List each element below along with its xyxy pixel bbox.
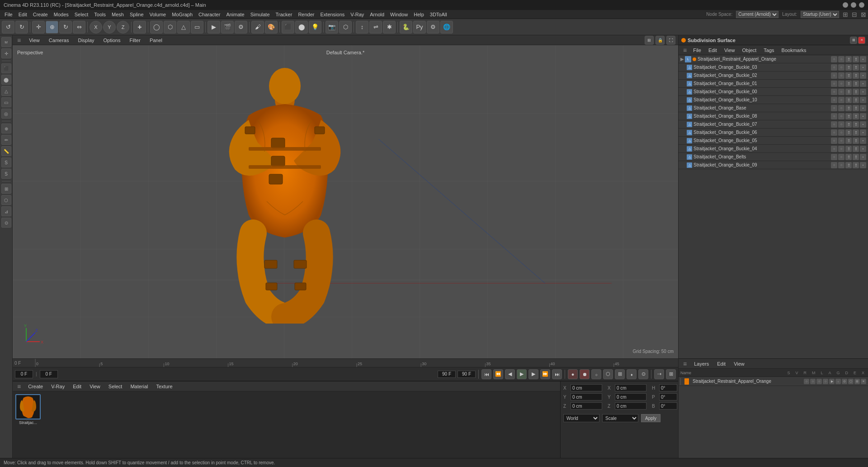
l0-v[interactable]: ○ bbox=[810, 379, 816, 384]
vp-menu-filter[interactable]: Filter bbox=[127, 37, 143, 44]
menu-simulate[interactable]: Simulate bbox=[248, 11, 273, 18]
c11-v1[interactable]: ○ bbox=[831, 154, 837, 160]
play-next-btn[interactable]: ⏩ bbox=[540, 369, 550, 379]
menu-mograph[interactable]: MoGraph bbox=[169, 11, 195, 18]
effector-btn[interactable]: ✱ bbox=[383, 21, 396, 33]
mode-walk-btn[interactable]: ⊿ bbox=[1, 206, 11, 216]
vp-menu-icon[interactable]: ≡ bbox=[15, 37, 23, 44]
layout-select[interactable]: Startup (User) bbox=[801, 11, 839, 18]
obj-row-3[interactable]: △ Straitjacket_Orange_Buckie_00 ○○ ⣿⣿• bbox=[679, 88, 868, 96]
edge-mode-btn[interactable]: △ bbox=[177, 21, 190, 33]
content-create[interactable]: Create bbox=[25, 383, 46, 390]
play-prev-btn[interactable]: ⏪ bbox=[493, 369, 503, 379]
layout-icon[interactable]: ⊞ bbox=[843, 11, 848, 18]
c1-v1[interactable]: ○ bbox=[831, 72, 837, 79]
menu-edit[interactable]: Edit bbox=[16, 11, 30, 18]
c4-d2[interactable]: ⣿ bbox=[853, 97, 859, 103]
menu-animate[interactable]: Animate bbox=[223, 11, 247, 18]
menu-mesh[interactable]: Mesh bbox=[109, 11, 127, 18]
c1-x[interactable]: • bbox=[860, 72, 866, 79]
key-btn2[interactable]: ⬡ bbox=[603, 369, 613, 379]
obj-row-5[interactable]: △ Straitjacket_Orange_Base ○○ ⣿⣿• bbox=[679, 104, 868, 112]
coord-x-input[interactable] bbox=[571, 384, 602, 391]
pt-mode-btn[interactable]: ⬡ bbox=[164, 21, 176, 33]
c3-v1[interactable]: ○ bbox=[831, 89, 837, 95]
obj-row-2[interactable]: △ Straitjacket_Orange_Buckie_01 ○○ ⣿⣿• bbox=[679, 80, 868, 88]
end-frame-input2[interactable] bbox=[458, 371, 476, 378]
play-start-btn[interactable]: ⏮ bbox=[481, 369, 491, 379]
c6-v2[interactable]: ○ bbox=[838, 113, 844, 119]
coord-b-input[interactable] bbox=[659, 402, 677, 410]
c12-d2[interactable]: ⣿ bbox=[853, 162, 859, 168]
key-btn4[interactable]: ⬧ bbox=[627, 369, 637, 379]
menu-help[interactable]: Help bbox=[411, 11, 427, 18]
c7-v2[interactable]: ○ bbox=[838, 121, 844, 128]
l0-m[interactable]: ○ bbox=[823, 379, 828, 384]
l0-e[interactable]: ⊞ bbox=[854, 379, 860, 384]
c6-v1[interactable]: ○ bbox=[831, 113, 837, 119]
c11-x[interactable]: • bbox=[860, 154, 866, 160]
mode-model-btn[interactable]: M bbox=[1, 37, 11, 47]
cam-btn[interactable]: 📷 bbox=[326, 21, 338, 33]
c8-d1[interactable]: ⣿ bbox=[845, 129, 852, 136]
coord-h-input[interactable] bbox=[659, 384, 677, 391]
minimize-btn[interactable] bbox=[843, 2, 848, 8]
generator-btn[interactable]: ⇌ bbox=[369, 21, 382, 33]
obj-row-8[interactable]: △ Straitjacket_Orange_Buckie_06 ○○ ⣿⣿• bbox=[679, 129, 868, 137]
mode-sphere-btn[interactable]: ⬤ bbox=[1, 75, 11, 85]
record-btn[interactable]: ● bbox=[568, 369, 578, 379]
mode-grid-btn[interactable]: ⊞ bbox=[1, 184, 11, 194]
end-frame-input1[interactable] bbox=[438, 371, 456, 378]
anim-btn[interactable]: ▶ bbox=[208, 21, 220, 33]
render-btn[interactable]: ⚙ bbox=[235, 21, 247, 33]
apply-btn[interactable]: Apply bbox=[641, 414, 660, 422]
world-btn[interactable]: X bbox=[90, 21, 102, 33]
subdiv-ctrl2[interactable]: ✕ bbox=[858, 37, 865, 44]
l0-x[interactable]: ✕ bbox=[861, 379, 866, 384]
material-btn[interactable]: ⬡ bbox=[339, 21, 352, 33]
close-btn[interactable] bbox=[859, 2, 864, 8]
c0-v2[interactable]: ○ bbox=[838, 64, 844, 71]
obj-menu-view[interactable]: View bbox=[722, 47, 738, 54]
obj-row-10[interactable]: △ Straitjacket_Orange_Buckie_04 ○○ ⣿⣿• bbox=[679, 145, 868, 153]
vp-lock-btn[interactable]: 🔒 bbox=[656, 36, 665, 45]
c9-v2[interactable]: ○ bbox=[838, 138, 844, 144]
play-btn[interactable]: ▶ bbox=[517, 369, 527, 379]
c2-x[interactable]: • bbox=[860, 81, 866, 87]
menu-modes[interactable]: Modes bbox=[51, 11, 71, 18]
c10-d2[interactable]: ⣿ bbox=[853, 146, 859, 152]
keyframe-btn[interactable]: ⬦ bbox=[591, 369, 601, 379]
mode-axis-btn[interactable]: ⊕ bbox=[1, 124, 11, 133]
menu-3dtoall[interactable]: 3DToAll bbox=[427, 11, 450, 18]
menu-tools[interactable]: Tools bbox=[91, 11, 108, 18]
poly-mode-btn[interactable]: ▭ bbox=[191, 21, 203, 33]
obj-menu-edit[interactable]: Edit bbox=[706, 47, 720, 54]
viewport[interactable]: Perspective Default Camera.* Grid Spacin… bbox=[13, 45, 678, 358]
coord-y-input[interactable] bbox=[571, 393, 602, 400]
vp-menu-panel[interactable]: Panel bbox=[147, 37, 165, 44]
c9-d2[interactable]: ⣿ bbox=[853, 138, 859, 144]
local-btn[interactable]: Y bbox=[103, 21, 116, 33]
c6-d1[interactable]: ⣿ bbox=[845, 113, 852, 119]
content-vray[interactable]: V-Ray bbox=[48, 383, 67, 390]
content-texture[interactable]: Texture bbox=[154, 383, 175, 390]
c12-d1[interactable]: ⣿ bbox=[845, 162, 852, 168]
mode-torus-btn[interactable]: ◎ bbox=[1, 109, 11, 119]
c7-d1[interactable]: ⣿ bbox=[845, 121, 852, 128]
root-dots1[interactable]: ⣿ bbox=[845, 56, 852, 62]
l0-a[interactable]: ⬦ bbox=[835, 379, 841, 384]
menu-render[interactable]: Render bbox=[295, 11, 317, 18]
move-btn[interactable]: ⊕ bbox=[46, 21, 58, 33]
coord-sz-input[interactable] bbox=[615, 402, 646, 410]
c2-v1[interactable]: ○ bbox=[831, 81, 837, 87]
undo-btn[interactable]: ↺ bbox=[2, 21, 14, 33]
obj-row-11[interactable]: △ Straitjacket_Orange_Belts ○○ ⣿⣿• bbox=[679, 153, 868, 161]
root-extra[interactable]: • bbox=[860, 56, 866, 62]
mode-texture-btn[interactable]: ⬡ bbox=[1, 195, 11, 205]
menu-extensions[interactable]: Extensions bbox=[317, 11, 347, 18]
c8-v2[interactable]: ○ bbox=[838, 129, 844, 136]
c9-v1[interactable]: ○ bbox=[831, 138, 837, 144]
settings-btn[interactable]: ⚙ bbox=[427, 21, 439, 33]
content-select[interactable]: Select bbox=[106, 383, 125, 390]
coord-p-input[interactable] bbox=[659, 393, 677, 400]
